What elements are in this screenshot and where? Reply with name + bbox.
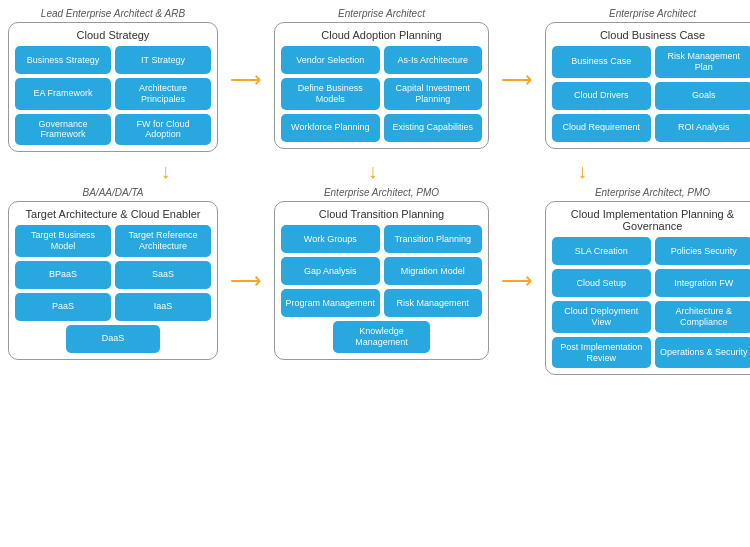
arrow-down-1: ↓ <box>160 160 170 183</box>
cloud-impl-title: Cloud Implementation Planning & Governan… <box>552 208 750 232</box>
btn-target-reference-arch[interactable]: Target Reference Architecture <box>115 225 211 257</box>
btn-fw-cloud-adoption[interactable]: FW for Cloud Adoption <box>115 114 211 146</box>
target-arch-title: Target Architecture & Cloud Enabler <box>15 208 211 220</box>
btn-it-strategy[interactable]: IT Strategy <box>115 46 211 74</box>
cloud-business-case-box: Cloud Business Case Business Case Risk M… <box>545 22 750 149</box>
btn-saas[interactable]: SaaS <box>115 261 211 289</box>
top-row: Lead Enterprise Architect & ARB Cloud St… <box>8 8 742 152</box>
cloud-adoption-title: Cloud Adoption Planning <box>281 29 482 41</box>
btn-risk-management[interactable]: Risk Management <box>384 289 483 317</box>
cloud-adoption-section: Enterprise Architect Cloud Adoption Plan… <box>274 8 489 152</box>
btn-vendor-selection[interactable]: Vendor Selection <box>281 46 380 74</box>
btn-cloud-deployment-view[interactable]: Cloud Deployment View <box>552 301 651 333</box>
cloud-impl-box: Cloud Implementation Planning & Governan… <box>545 201 750 375</box>
btn-workforce-planning[interactable]: Workforce Planning <box>281 114 380 142</box>
bottom-row: BA/AA/DA/TA Target Architecture & Cloud … <box>8 187 742 375</box>
target-arch-box: Target Architecture & Cloud Enabler Targ… <box>8 201 218 360</box>
btn-risk-management-plan[interactable]: Risk Management Plan <box>655 46 751 78</box>
btn-transition-planning[interactable]: Transition Planning <box>384 225 483 253</box>
btn-iaas[interactable]: IaaS <box>115 293 211 321</box>
btn-cloud-requirement[interactable]: Cloud Requirement <box>552 114 651 142</box>
btn-ea-framework[interactable]: EA Framework <box>15 78 111 110</box>
btn-architecture-principales[interactable]: Architecture Principales <box>115 78 211 110</box>
btn-governance-framework[interactable]: Governance Framework <box>15 114 111 146</box>
page: Lead Enterprise Architect & ARB Cloud St… <box>0 0 750 547</box>
target-arch-grid: Target Business Model Target Reference A… <box>15 225 211 321</box>
btn-architecture-compliance[interactable]: Architecture & Compliance <box>655 301 751 333</box>
arrow-top-1: ⟶ <box>228 67 264 93</box>
btn-cloud-setup[interactable]: Cloud Setup <box>552 269 651 297</box>
btn-roi-analysis[interactable]: ROI Analysis <box>655 114 751 142</box>
cloud-strategy-section: Lead Enterprise Architect & ARB Cloud St… <box>8 8 218 152</box>
cloud-impl-role: Enterprise Architect, PMO <box>595 187 710 198</box>
btn-business-strategy[interactable]: Business Strategy <box>15 46 111 74</box>
btn-daas[interactable]: DaaS <box>66 325 160 353</box>
arrow-bottom-1: ⟶ <box>228 268 264 294</box>
btn-policies-security[interactable]: Policies Security <box>655 237 751 265</box>
btn-asis-architecture[interactable]: As-Is Architecture <box>384 46 483 74</box>
arrow-top-2: ⟶ <box>499 67 535 93</box>
cloud-business-case-grid: Business Case Risk Management Plan Cloud… <box>552 46 750 142</box>
cloud-transition-title: Cloud Transition Planning <box>281 208 482 220</box>
cloud-transition-role: Enterprise Architect, PMO <box>324 187 439 198</box>
cloud-impl-grid: SLA Creation Policies Security Cloud Set… <box>552 237 750 368</box>
btn-goals[interactable]: Goals <box>655 82 751 110</box>
btn-define-business-models[interactable]: Define Business Models <box>281 78 380 110</box>
btn-sla-creation[interactable]: SLA Creation <box>552 237 651 265</box>
btn-migration-model[interactable]: Migration Model <box>384 257 483 285</box>
arrow-bottom-2: ⟶ <box>499 268 535 294</box>
btn-knowledge-management[interactable]: Knowledge Management <box>333 321 429 353</box>
arrow-down-2: ↓ <box>368 160 378 183</box>
cloud-business-case-role: Enterprise Architect <box>609 8 696 19</box>
target-arch-role: BA/AA/DA/TA <box>83 187 144 198</box>
btn-program-management[interactable]: Program Management <box>281 289 380 317</box>
cloud-transition-grid: Work Groups Transition Planning Gap Anal… <box>281 225 482 317</box>
btn-bpaas[interactable]: BPaaS <box>15 261 111 289</box>
arrows-down-row: ↓ ↓ ↓ <box>8 160 742 183</box>
btn-post-implementation[interactable]: Post Implementation Review <box>552 337 651 369</box>
btn-gap-analysis[interactable]: Gap Analysis <box>281 257 380 285</box>
cloud-adoption-grid: Vendor Selection As-Is Architecture Defi… <box>281 46 482 142</box>
cloud-business-case-title: Cloud Business Case <box>552 29 750 41</box>
btn-integration-fw[interactable]: Integration FW <box>655 269 751 297</box>
cloud-strategy-role: Lead Enterprise Architect & ARB <box>41 8 185 19</box>
cloud-impl-section: Enterprise Architect, PMO Cloud Implemen… <box>545 187 750 375</box>
cloud-transition-box: Cloud Transition Planning Work Groups Tr… <box>274 201 489 360</box>
btn-operations-security[interactable]: Operations & Security <box>655 337 751 369</box>
btn-capital-investment[interactable]: Capital Investment Planning <box>384 78 483 110</box>
cloud-adoption-box: Cloud Adoption Planning Vendor Selection… <box>274 22 489 149</box>
btn-target-business-model[interactable]: Target Business Model <box>15 225 111 257</box>
cloud-adoption-role: Enterprise Architect <box>338 8 425 19</box>
cloud-business-case-section: Enterprise Architect Cloud Business Case… <box>545 8 750 152</box>
cloud-transition-section: Enterprise Architect, PMO Cloud Transiti… <box>274 187 489 375</box>
cloud-strategy-title: Cloud Strategy <box>15 29 211 41</box>
btn-existing-capabilities[interactable]: Existing Capabilities <box>384 114 483 142</box>
target-arch-section: BA/AA/DA/TA Target Architecture & Cloud … <box>8 187 218 375</box>
cloud-strategy-box: Cloud Strategy Business Strategy IT Stra… <box>8 22 218 152</box>
btn-paas[interactable]: PaaS <box>15 293 111 321</box>
cloud-strategy-grid: Business Strategy IT Strategy EA Framewo… <box>15 46 211 145</box>
arrow-down-3: ↓ <box>577 160 587 183</box>
btn-business-case[interactable]: Business Case <box>552 46 651 78</box>
btn-cloud-drivers[interactable]: Cloud Drivers <box>552 82 651 110</box>
btn-work-groups[interactable]: Work Groups <box>281 225 380 253</box>
